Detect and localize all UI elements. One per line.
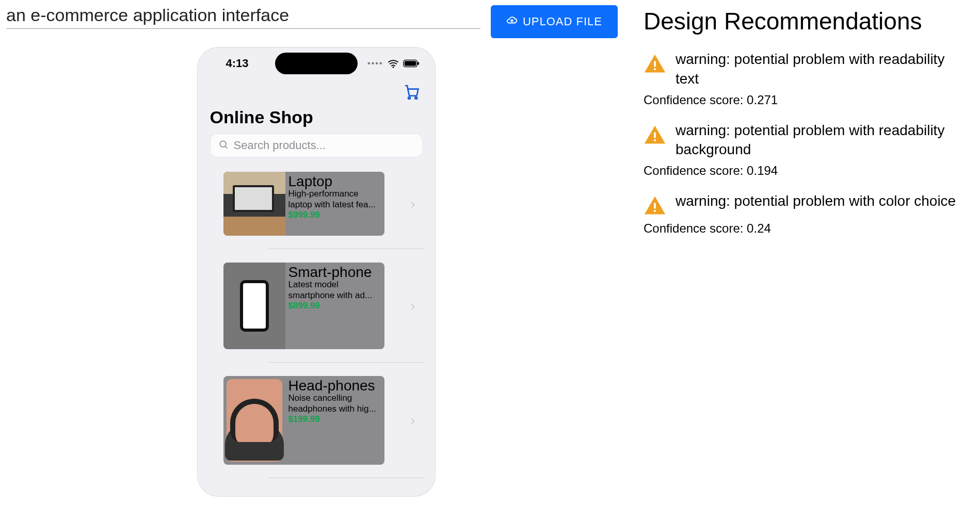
recommendation-item: warning: potential problem with readabil…	[644, 121, 965, 178]
status-right: ••••	[367, 59, 419, 68]
product-card: Laptop High-performance laptop with late…	[223, 172, 384, 236]
product-price: $999.99	[288, 210, 380, 220]
dynamic-island	[275, 53, 358, 74]
left-panel: UPLOAD FILE 4:13 ••••	[0, 0, 632, 507]
prompt-field-wrap	[6, 5, 480, 29]
product-price: $199.99	[288, 414, 380, 424]
product-image-headphones	[227, 379, 282, 462]
prompt-input[interactable]	[6, 5, 480, 25]
product-info: Smart-phone Latest model smartphone with…	[285, 263, 384, 349]
product-name: Smart-phone	[288, 265, 380, 280]
upload-file-button[interactable]: UPLOAD FILE	[491, 5, 618, 38]
svg-rect-10	[654, 139, 656, 141]
product-card: Smart-phone Latest model smartphone with…	[223, 263, 384, 349]
upload-file-label: UPLOAD FILE	[523, 15, 602, 28]
chevron-right-icon: ›	[395, 413, 423, 429]
product-card: Head-phones Noise cancelling headphones …	[223, 376, 384, 465]
product-description: Latest model smartphone with ad...	[288, 280, 380, 301]
svg-rect-11	[654, 203, 656, 209]
recommendation-text: warning: potential problem with color ch…	[676, 191, 956, 211]
product-row[interactable]: Smart-phone Latest model smartphone with…	[223, 263, 423, 349]
svg-rect-2	[404, 61, 416, 66]
warning-icon	[644, 53, 666, 75]
product-description: High-performance laptop with latest fea.…	[288, 189, 380, 210]
phone-mockup: 4:13 •••• Online Shop	[198, 47, 435, 496]
chevron-right-icon: ›	[395, 298, 423, 314]
svg-point-6	[220, 141, 226, 147]
recommendations-title: Design Recommendations	[644, 7, 965, 35]
svg-rect-8	[654, 68, 656, 70]
cart-icon[interactable]	[403, 84, 420, 102]
recommendation-score: Confidence score: 0.194	[644, 163, 965, 178]
phone-preview-area: 4:13 •••• Online Shop	[0, 38, 632, 496]
product-name: Laptop	[288, 174, 380, 189]
product-row[interactable]: Laptop High-performance laptop with late…	[223, 172, 423, 236]
product-info: Laptop High-performance laptop with late…	[285, 172, 384, 236]
status-bar: 4:13 ••••	[198, 47, 435, 72]
wifi-icon	[388, 59, 399, 68]
recommendation-item: warning: potential problem with color ch…	[644, 191, 965, 236]
product-list: Laptop High-performance laptop with late…	[198, 157, 435, 465]
chevron-right-icon: ›	[395, 196, 423, 212]
shop-title: Online Shop	[198, 102, 435, 134]
product-description: Noise cancelling headphones with hig...	[288, 393, 380, 414]
cellular-dots-icon: ••••	[367, 59, 383, 68]
svg-rect-3	[417, 62, 419, 65]
svg-point-0	[392, 67, 394, 68]
product-name: Head-phones	[288, 378, 380, 393]
cart-row	[198, 72, 435, 102]
svg-rect-9	[654, 132, 656, 138]
svg-rect-12	[654, 210, 656, 212]
recommendation-score: Confidence score: 0.271	[644, 93, 965, 107]
cloud-upload-icon	[506, 14, 518, 29]
svg-point-4	[408, 97, 410, 99]
status-time: 4:13	[226, 57, 249, 70]
warning-icon	[644, 194, 666, 217]
search-input[interactable]	[234, 139, 414, 152]
product-price: $899.99	[288, 301, 380, 311]
svg-rect-7	[654, 61, 656, 67]
battery-icon	[403, 59, 420, 68]
recommendations-panel: Design Recommendations warning: potentia…	[632, 0, 980, 507]
recommendation-item: warning: potential problem with readabil…	[644, 50, 965, 107]
svg-point-5	[415, 97, 417, 99]
recommendation-score: Confidence score: 0.24	[644, 221, 965, 236]
product-info: Head-phones Noise cancelling headphones …	[285, 376, 384, 465]
recommendation-text: warning: potential problem with readabil…	[676, 50, 965, 89]
product-row[interactable]: Head-phones Noise cancelling headphones …	[223, 376, 423, 465]
search-icon	[218, 139, 229, 152]
warning-icon	[644, 124, 666, 146]
recommendation-text: warning: potential problem with readabil…	[676, 121, 965, 160]
top-row: UPLOAD FILE	[0, 5, 632, 38]
search-field-wrap[interactable]	[210, 134, 423, 157]
product-image-laptop	[223, 172, 285, 236]
product-image-smartphone	[223, 263, 285, 349]
